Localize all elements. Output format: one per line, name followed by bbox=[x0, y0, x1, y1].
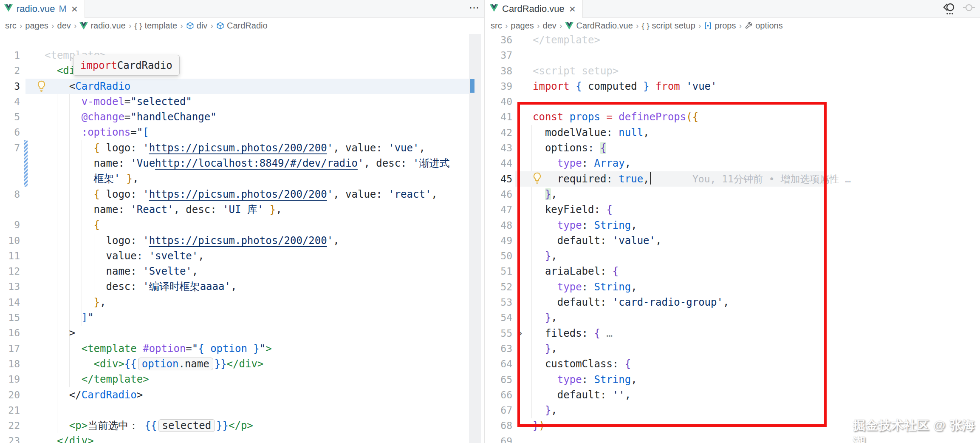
line-number[interactable]: 23 bbox=[0, 433, 20, 443]
breadcrumb-item-pages[interactable]: pages bbox=[511, 21, 534, 31]
line-number[interactable]: 5 bbox=[0, 109, 20, 125]
breadcrumb-item-pages[interactable]: pages bbox=[25, 21, 48, 31]
breadcrumb-item-cardradio.vue[interactable]: CardRadio.vue bbox=[565, 21, 633, 31]
line-number[interactable]: 13 bbox=[0, 279, 20, 294]
breadcrumb-item-options[interactable]: options bbox=[745, 21, 783, 31]
code-line-38[interactable]: 38<script setup> bbox=[486, 63, 980, 79]
code-editor-left[interactable]: 1<template>2 <di3 <CardRadio4 v-model="s… bbox=[0, 48, 484, 443]
line-number[interactable]: 52 bbox=[486, 279, 512, 295]
code-line-4[interactable]: 4 v-model="selected" bbox=[0, 94, 484, 109]
line-number[interactable] bbox=[0, 156, 20, 171]
code-line-6[interactable]: 6 :options="[ bbox=[0, 125, 484, 140]
code-line-20[interactable]: 20 </CardRadio> bbox=[0, 387, 484, 403]
line-number[interactable]: 1 bbox=[0, 48, 20, 63]
line-number[interactable]: 18 bbox=[0, 356, 20, 372]
code-line-wrap[interactable]: name: 'React', desc: 'UI 库' }, bbox=[0, 202, 484, 217]
line-number[interactable]: 6 bbox=[0, 125, 20, 140]
breadcrumb-item-src[interactable]: src bbox=[491, 21, 502, 31]
code-line-11[interactable]: 11 value: 'svelte', bbox=[0, 248, 484, 264]
breadcrumb-item-cardradio[interactable]: CardRadio bbox=[216, 21, 268, 31]
line-number[interactable]: 68 bbox=[486, 418, 512, 433]
line-number[interactable]: 69 bbox=[486, 434, 512, 443]
code-line-12[interactable]: 12 name: 'Svelte', bbox=[0, 264, 484, 279]
open-changes-icon[interactable] bbox=[942, 2, 956, 17]
code-line-36[interactable]: 36</template> bbox=[486, 32, 980, 48]
line-number[interactable]: 65 bbox=[486, 372, 512, 387]
line-number[interactable]: 3 bbox=[0, 79, 20, 94]
code-line-18[interactable]: 18 <div>{{option.name}}</div> bbox=[0, 356, 484, 372]
editor-pane-left[interactable]: radio.vue M × ⋯ src›pages›dev›radio.vue›… bbox=[0, 0, 484, 443]
line-number[interactable]: 9 bbox=[0, 217, 20, 233]
editor-split-sash[interactable] bbox=[484, 0, 485, 443]
code-line-wrap[interactable]: name: 'Vuehttp://localhost:8849/#/dev/ra… bbox=[0, 156, 484, 171]
line-number[interactable]: 22 bbox=[0, 418, 20, 433]
line-number[interactable]: 51 bbox=[486, 264, 512, 279]
line-number[interactable]: 11 bbox=[0, 248, 20, 264]
close-icon[interactable]: × bbox=[568, 5, 576, 13]
code-line-2[interactable]: 2 <di bbox=[0, 63, 484, 78]
line-number[interactable]: 46 bbox=[486, 187, 512, 202]
line-number[interactable]: 47 bbox=[486, 202, 512, 217]
breadcrumb-item-src[interactable]: src bbox=[5, 21, 17, 31]
line-number[interactable] bbox=[0, 202, 20, 217]
code-line-23[interactable]: 23 </div> bbox=[0, 433, 484, 443]
code-line-10[interactable]: 10 logo: 'https://picsum.photos/200/200'… bbox=[0, 233, 484, 248]
code-line-39[interactable]: 39import { computed } from 'vue' bbox=[486, 79, 980, 94]
line-number[interactable]: 7 bbox=[0, 140, 20, 156]
line-number[interactable]: 21 bbox=[0, 403, 20, 418]
code-line-9[interactable]: 9 { bbox=[0, 217, 484, 233]
line-number[interactable]: 41 bbox=[486, 109, 512, 125]
line-number[interactable]: 42 bbox=[486, 125, 512, 140]
line-number[interactable]: 36 bbox=[486, 32, 512, 48]
breadcrumb-item-dev[interactable]: dev bbox=[543, 21, 556, 31]
line-number[interactable]: 14 bbox=[0, 295, 20, 310]
line-number[interactable]: 4 bbox=[0, 94, 20, 109]
line-number[interactable]: 8 bbox=[0, 187, 20, 202]
line-number[interactable]: 19 bbox=[0, 372, 20, 387]
code-line-13[interactable]: 13 desc: '编译时框架aaaa', bbox=[0, 279, 484, 294]
line-number[interactable]: 20 bbox=[0, 387, 20, 403]
line-number[interactable]: 45 bbox=[486, 171, 512, 187]
breadcrumb-item-script-setup[interactable]: { }script setup bbox=[642, 21, 695, 31]
line-number[interactable]: 53 bbox=[486, 295, 512, 310]
more-actions-icon[interactable]: ⋯ bbox=[469, 2, 480, 14]
line-number[interactable]: 67 bbox=[486, 403, 512, 418]
code-line-37[interactable]: 37 bbox=[486, 48, 980, 63]
line-number[interactable]: 37 bbox=[486, 48, 512, 63]
line-number[interactable] bbox=[0, 171, 20, 186]
git-commit-icon[interactable] bbox=[962, 2, 976, 17]
line-number[interactable]: 39 bbox=[486, 79, 512, 94]
line-number[interactable]: 54 bbox=[486, 310, 512, 325]
line-number[interactable]: 17 bbox=[0, 341, 20, 356]
breadcrumb-item-props[interactable]: props bbox=[704, 21, 736, 31]
line-number[interactable]: 50 bbox=[486, 248, 512, 264]
line-number[interactable]: 55 bbox=[486, 326, 512, 341]
code-line-3[interactable]: 3 <CardRadio bbox=[0, 79, 484, 94]
code-line-1[interactable]: 1<template> bbox=[0, 48, 484, 63]
line-number[interactable]: 63 bbox=[486, 341, 512, 356]
line-number[interactable]: 64 bbox=[486, 356, 512, 372]
code-line-21[interactable]: 21 bbox=[0, 403, 484, 418]
breadcrumb-item-dev[interactable]: dev bbox=[57, 21, 71, 31]
line-number[interactable]: 10 bbox=[0, 233, 20, 248]
breadcrumb-item-div[interactable]: div bbox=[186, 21, 208, 31]
line-number[interactable]: 48 bbox=[486, 218, 512, 233]
code-line-7[interactable]: 7 { logo: 'https://picsum.photos/200/200… bbox=[0, 140, 484, 156]
code-line-5[interactable]: 5 @change="handleChange" bbox=[0, 109, 484, 125]
line-number[interactable]: 66 bbox=[486, 387, 512, 403]
code-line-15[interactable]: 15 ]" bbox=[0, 310, 484, 325]
breadcrumb-item-template[interactable]: { }template bbox=[134, 21, 177, 31]
tab-radio-vue[interactable]: radio.vue M × bbox=[0, 0, 85, 18]
code-line-8[interactable]: 8 { logo: 'https://picsum.photos/200/200… bbox=[0, 187, 484, 202]
line-number[interactable]: 44 bbox=[486, 156, 512, 171]
code-line-14[interactable]: 14 }, bbox=[0, 295, 484, 310]
scrollbar[interactable] bbox=[469, 34, 481, 443]
code-line-17[interactable]: 17 <template #option="{ option }"> bbox=[0, 341, 484, 356]
breadcrumb-item-radio.vue[interactable]: radio.vue bbox=[79, 21, 125, 31]
lightbulb-icon[interactable] bbox=[36, 80, 47, 94]
code-line-19[interactable]: 19 </template> bbox=[0, 372, 484, 387]
line-number[interactable]: 2 bbox=[0, 63, 20, 78]
tab-cardradio-vue[interactable]: CardRadio.vue × bbox=[486, 0, 583, 18]
code-line-22[interactable]: 22 <p>当前选中： {{selected}}</p> bbox=[0, 418, 484, 433]
line-number[interactable]: 12 bbox=[0, 264, 20, 279]
